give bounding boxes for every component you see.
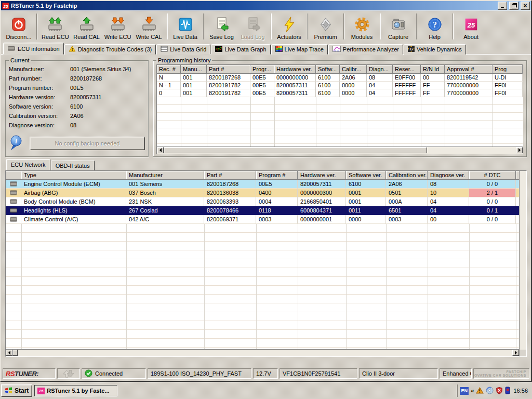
taskbar-task-rstuner[interactable]: 25 RSTuner 5.1 by Fastc... [34, 385, 117, 396]
tab-performance-analyzer[interactable]: Performance Analyzer [328, 44, 403, 55]
column-header[interactable]: Type [21, 171, 126, 180]
scroll-left-button[interactable] [157, 147, 164, 153]
tab-vehicle-dynamics[interactable]: G Vehicle Dynamics [404, 44, 466, 55]
scrollbar-track[interactable] [427, 147, 516, 154]
tab-live-data-grid[interactable]: Live Data Grid [156, 44, 210, 55]
field-value: 8200057311 [70, 94, 101, 100]
column-header[interactable]: Calibration ver. [386, 171, 428, 180]
column-header[interactable]: Hardware ver. [274, 65, 316, 74]
read-cal-button[interactable]: Read CAL [71, 12, 102, 41]
column-header-icon[interactable] [6, 171, 21, 180]
modules-button[interactable]: Modules [347, 12, 378, 41]
config-backup-button[interactable]: No config backup needed [30, 137, 145, 150]
column-header[interactable]: Calibr... [340, 65, 367, 74]
premium-button[interactable]: Premium [310, 12, 341, 41]
waveform-icon [177, 16, 194, 33]
read-ecu-button[interactable]: Read ECU [39, 12, 71, 41]
column-header[interactable]: # DTC [469, 171, 516, 180]
history-row[interactable]: N001820018726800E5000000000061002A0608E0… [157, 74, 523, 82]
tray-chevron[interactable]: « [471, 388, 474, 394]
tray-security-shield-icon[interactable] [496, 387, 503, 395]
connection-status: Connected [82, 368, 146, 379]
column-header[interactable]: Part # [204, 171, 256, 180]
toolbar: Disconn... Read ECU Read CAL Write ECU [1, 10, 531, 43]
column-header[interactable]: Hardware ver. [298, 171, 346, 180]
scrollbar-track[interactable] [18, 350, 512, 356]
column-header[interactable]: Software ver. [346, 171, 386, 180]
write-ecu-button[interactable]: Write ECU [102, 12, 134, 41]
scrollbar-thumb[interactable] [12, 350, 18, 356]
ecu-row-climate[interactable]: Climate Control (A/C)042 A/C820006937100… [6, 215, 519, 224]
column-header[interactable]: R/N Id [421, 65, 445, 74]
network-horizontal-scrollbar[interactable] [6, 349, 519, 356]
chip-icon [6, 180, 21, 189]
column-header[interactable]: Manu... [181, 65, 207, 74]
actuators-button[interactable]: Actuators [274, 12, 305, 41]
column-header[interactable]: Diagnose ver. [428, 171, 469, 180]
save-log-button[interactable]: Save Log [206, 12, 237, 41]
column-header[interactable]: Prog [493, 65, 523, 74]
tab-obd2-status[interactable]: OBD-II status [51, 161, 95, 170]
live-data-button[interactable]: Live Data [170, 12, 201, 41]
column-header[interactable]: Manufacturer [126, 171, 204, 180]
svg-text:i: i [15, 137, 17, 145]
column-header[interactable]: Reser... [393, 65, 421, 74]
capture-button[interactable]: Capture [383, 12, 414, 41]
tray-warning-icon[interactable] [476, 387, 484, 395]
column-header[interactable]: Rec. # [157, 65, 181, 74]
tray-device-icon[interactable] [505, 387, 510, 395]
ecu-row-bcm[interactable]: Body Control Module (BCM)231 NSK82000633… [6, 197, 519, 206]
field-label: Part number: [9, 75, 70, 82]
scrollbar-corner [520, 350, 526, 356]
minimize-icon [501, 7, 504, 8]
tab-diagnostic-trouble-codes[interactable]: Diagnostic Trouble Codes (3) [64, 44, 156, 55]
scrollbar-thumb[interactable] [164, 147, 427, 153]
tab-ecu-information[interactable]: ECU information [3, 43, 64, 55]
network-vertical-scrollbar[interactable] [519, 171, 526, 356]
column-header[interactable]: Program # [256, 171, 298, 180]
ecu-row-airbag[interactable]: Airbag (ABG)037 Bosch8200136038040000000… [6, 189, 519, 197]
disconnect-button[interactable]: Disconn... [3, 12, 34, 41]
scroll-right-button[interactable] [512, 350, 519, 356]
help-icon: ? [426, 16, 444, 33]
write-cal-button[interactable]: Write CAL [134, 12, 165, 41]
field-value: 00E5 [70, 85, 84, 91]
start-button[interactable]: Start [1, 384, 32, 397]
tab-live-map-trace[interactable]: Live Map Trace [271, 44, 328, 55]
tab-live-data-graph[interactable]: Live Data Graph [211, 44, 270, 55]
restore-button[interactable] [509, 2, 518, 10]
map-icon [275, 46, 283, 53]
field-value: 6100 [70, 103, 83, 110]
minimize-button[interactable] [498, 2, 507, 10]
history-row[interactable]: 0001820019178200E582000573116100000004FF… [157, 89, 523, 97]
column-header[interactable]: Softw... [316, 65, 340, 74]
about-button[interactable]: 25 About [456, 12, 487, 41]
chip-icon [6, 215, 21, 224]
programming-history-groupbox: Programming history Rec. # Manu... Part … [153, 57, 527, 157]
chip-write-cal-icon [140, 16, 158, 33]
screen: 25 RSTuner 5.1 by Fastchip × Disconn... … [0, 0, 532, 399]
scroll-right-button[interactable] [516, 147, 523, 153]
scroll-left-button[interactable] [6, 350, 12, 356]
tab-ecu-network[interactable]: ECU Network [6, 159, 50, 170]
history-horizontal-scrollbar[interactable] [157, 147, 523, 154]
toolbar-separator [416, 14, 417, 39]
toolbar-separator [271, 14, 272, 39]
column-header[interactable]: Part # [207, 65, 250, 74]
tray-disc-icon[interactable] [486, 387, 494, 395]
disconnect-power-icon [10, 16, 28, 33]
info-balloon-icon[interactable]: i [9, 135, 23, 152]
column-header[interactable]: Progr... [250, 65, 274, 74]
field-value: 8200187268 [70, 75, 102, 82]
close-button[interactable]: × [521, 2, 530, 10]
help-button[interactable]: ? Help [419, 12, 450, 41]
column-header[interactable]: Approval # [445, 65, 493, 74]
load-log-button[interactable]: Load Log [237, 12, 269, 41]
warning-icon [69, 46, 76, 53]
language-indicator[interactable]: EN [460, 387, 469, 395]
toolbar-separator [343, 14, 344, 39]
ecu-row-headlights-selected[interactable]: Headlights (HLS)267 Coslad82000784660118… [6, 206, 519, 215]
history-row[interactable]: N - 1001820019178200E5820005731161000000… [157, 82, 523, 89]
ecu-row-ecm[interactable]: Engine Control Module (ECM)001 Siemens82… [6, 180, 519, 189]
column-header[interactable]: Diagn... [367, 65, 393, 74]
